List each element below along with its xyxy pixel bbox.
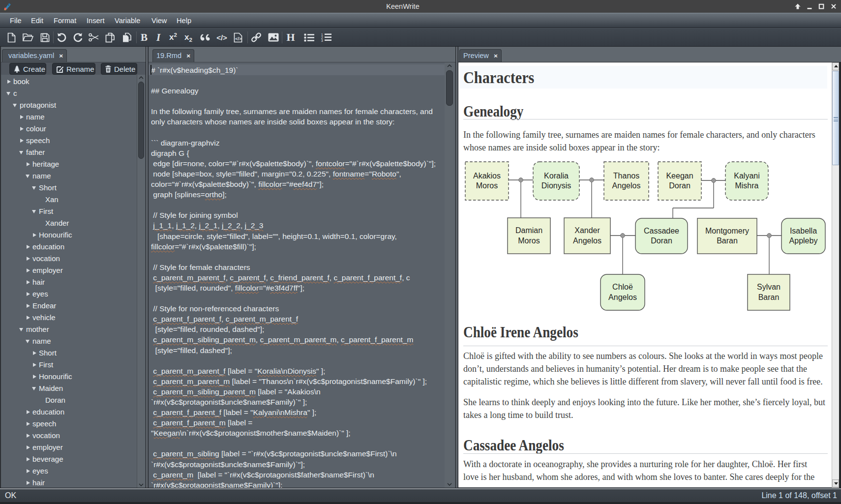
svg-text:Angelos: Angelos bbox=[608, 293, 637, 301]
svg-text:Xander: Xander bbox=[574, 226, 600, 235]
svg-text:Angelos: Angelos bbox=[612, 181, 641, 190]
svg-text:Mishra: Mishra bbox=[735, 181, 758, 190]
svg-text:Dionysis: Dionysis bbox=[541, 181, 571, 190]
svg-text:Akakios: Akakios bbox=[473, 172, 501, 180]
svg-text:Moros: Moros bbox=[476, 181, 498, 190]
svg-text:Kalyani: Kalyani bbox=[734, 172, 759, 180]
svg-text:Moros: Moros bbox=[518, 237, 540, 245]
svg-text:Damian: Damian bbox=[515, 226, 542, 235]
svg-text:Keegan: Keegan bbox=[666, 172, 693, 180]
svg-text:</>: </> bbox=[235, 36, 241, 41]
svg-text:3: 3 bbox=[321, 39, 323, 42]
svg-text:Cassadee: Cassadee bbox=[644, 227, 679, 235]
svg-text:Doran: Doran bbox=[651, 237, 672, 245]
svg-text:Angelos: Angelos bbox=[573, 237, 601, 245]
svg-text:Appleby: Appleby bbox=[789, 237, 818, 245]
svg-text:Baran: Baran bbox=[717, 237, 738, 245]
svg-text:Isabella: Isabella bbox=[790, 227, 817, 235]
svg-text:Sylvan: Sylvan bbox=[757, 283, 781, 291]
svg-text:Doran: Doran bbox=[669, 181, 691, 190]
svg-text:Thanos: Thanos bbox=[613, 172, 639, 180]
svg-text:Chloë: Chloë bbox=[612, 283, 633, 291]
svg-text:Baran: Baran bbox=[758, 293, 780, 301]
svg-text:Koralia: Koralia bbox=[544, 172, 569, 180]
svg-text:Montgomery: Montgomery bbox=[705, 227, 749, 235]
